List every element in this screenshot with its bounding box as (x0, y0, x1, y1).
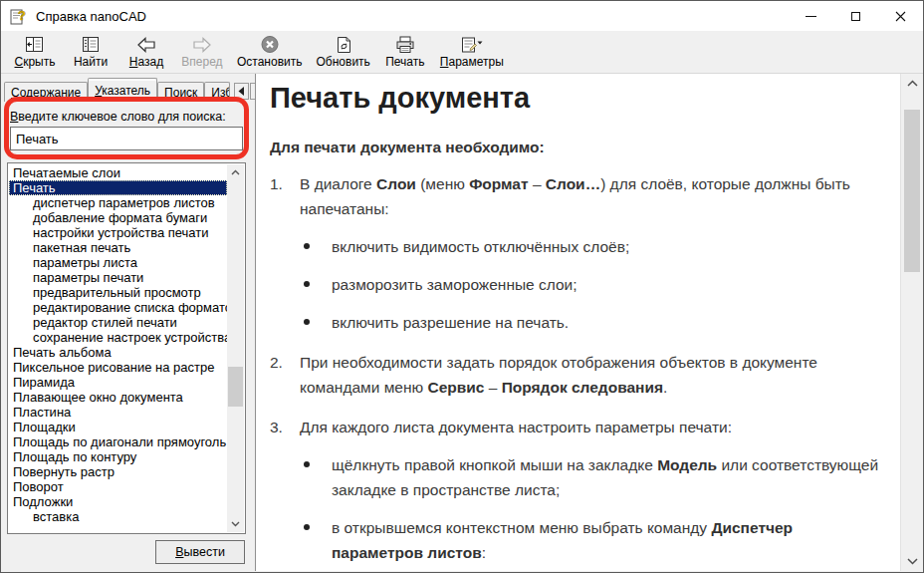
tab-search[interactable]: Поиск (157, 82, 204, 102)
index-list-item[interactable]: Пластина (9, 405, 227, 420)
toolbar: Скрыть Найти Назад Вперед (1, 31, 923, 74)
scroll-down-button[interactable] (227, 516, 244, 532)
scroll-up-button[interactable] (227, 164, 244, 180)
find-icon (80, 35, 102, 55)
index-list-item[interactable]: Повернуть растр (9, 464, 227, 479)
main-area: Содержание Указатель Поиск Изб Введите к… (2, 74, 922, 571)
title-bar: ? Справка nanoCAD (1, 1, 923, 31)
content-scroll-thumb[interactable] (904, 110, 920, 272)
bullet-icon (304, 310, 332, 335)
content-bullet: в открывшемся контекстном меню выбрать к… (304, 515, 882, 565)
hide-icon (24, 35, 46, 55)
index-list-item[interactable]: пакетная печать (9, 240, 227, 255)
hide-button-label: Скрыть (15, 55, 56, 69)
instruction-steps: 1.В диалоге Слои (меню Формат – Слои…) д… (270, 171, 882, 565)
keyword-label: Введите ключевое слово для поиска: (10, 110, 226, 124)
maximize-icon (851, 12, 860, 21)
step-number: 3. (270, 415, 300, 439)
minimize-button[interactable] (789, 1, 833, 31)
maximize-button[interactable] (833, 1, 878, 31)
refresh-icon (333, 35, 354, 55)
stop-button[interactable]: Остановить (230, 33, 310, 72)
index-list-item[interactable]: редактор стилей печати (9, 315, 227, 330)
intro-text: Для печати документа необходимо: (270, 139, 882, 156)
back-button[interactable]: Назад (118, 33, 174, 72)
content-bullet: щёлкнуть правой кнопкой мыши на закладке… (304, 452, 882, 502)
step-text: В диалоге Слои (меню Формат – Слои…) для… (300, 171, 882, 221)
index-list-item[interactable]: Подложки (9, 494, 227, 509)
index-list-item[interactable]: Печатаемые слои (9, 165, 227, 180)
index-list-item[interactable]: Площадь по контуру (9, 449, 227, 464)
content-bullet: включить видимость отключённых слоёв; (304, 234, 882, 259)
print-button[interactable]: Печать (377, 33, 433, 72)
index-list-item[interactable]: Поворот (9, 479, 227, 494)
index-list-item[interactable]: диспетчер параметров листов (9, 195, 227, 210)
print-icon (394, 35, 416, 55)
content-step: 2.При необходимости задать порядок отобр… (270, 350, 882, 400)
index-list-item[interactable]: Площадь по диагонали прямоуголь (9, 434, 227, 449)
back-icon (135, 35, 157, 55)
index-list-item[interactable]: параметры печати (9, 270, 227, 285)
options-icon (459, 35, 484, 55)
step-text: При необходимости задать порядок отображ… (300, 350, 882, 400)
find-button-label: Найти (74, 55, 108, 69)
bullet-text: в открывшемся контекстном меню выбрать к… (332, 515, 882, 565)
index-listbox: Печатаемые слоиПечатьдиспетчер параметро… (7, 162, 246, 534)
chevron-up-icon (231, 169, 240, 175)
index-list-item[interactable]: Площадки (9, 420, 227, 434)
index-list-item[interactable]: параметры листа (9, 255, 227, 270)
index-list-item[interactable]: Пирамида (9, 375, 227, 390)
list-scroll-thumb[interactable] (228, 367, 243, 407)
index-list-item[interactable]: Плавающее окно документа (9, 390, 227, 405)
bullet-text: разморозить замороженные слои; (332, 272, 882, 297)
content-scroll-up-button[interactable] (901, 74, 922, 93)
minimize-icon (806, 16, 816, 17)
content-bullet: разморозить замороженные слои; (304, 272, 882, 297)
forward-button[interactable]: Вперед (174, 33, 230, 72)
tab-scroll-left-button[interactable] (234, 83, 249, 100)
print-button-label: Печать (385, 55, 424, 69)
content-scrollbar[interactable] (900, 74, 922, 571)
index-list-item[interactable]: добавление формата бумаги (9, 210, 227, 225)
tab-index[interactable]: Указатель (88, 78, 157, 102)
chevron-down-icon (231, 521, 240, 527)
bullet-text: щёлкнуть правой кнопкой мыши на закладке… (332, 452, 882, 502)
content-scroll-down-button[interactable] (901, 552, 922, 571)
tab-favorites[interactable]: Изб (204, 82, 230, 102)
display-button[interactable]: Вывести (155, 540, 245, 564)
back-button-label: Назад (129, 55, 163, 69)
step-number: 1. (270, 171, 300, 221)
arrow-left-icon (238, 87, 245, 96)
index-list-item[interactable]: редактирование списка форматов (9, 300, 227, 315)
hide-button[interactable]: Скрыть (7, 33, 63, 72)
close-button[interactable] (878, 1, 923, 31)
index-list-item[interactable]: вставка (9, 509, 227, 524)
bullet-icon (304, 515, 332, 565)
content-pane: Печать документа Для печати документа не… (255, 74, 922, 571)
refresh-button[interactable]: Обновить (310, 33, 377, 72)
index-list-item[interactable]: настройки устройства печати (9, 225, 227, 240)
bullet-icon (304, 452, 332, 502)
options-button[interactable]: Параметры (433, 33, 511, 72)
find-button[interactable]: Найти (63, 33, 118, 72)
index-list-item[interactable]: Печать (9, 180, 227, 195)
content-body: Печать документа Для печати документа не… (256, 74, 900, 571)
index-list-item[interactable]: предварительный просмотр (9, 285, 227, 300)
bullet-icon (304, 272, 332, 297)
forward-button-label: Вперед (181, 55, 222, 69)
svg-text:?: ? (18, 8, 26, 23)
index-list-item[interactable]: сохранение настроек устройства п (9, 330, 227, 345)
keyword-input[interactable] (10, 127, 243, 150)
tab-contents[interactable]: Содержание (4, 82, 88, 102)
list-scrollbar[interactable] (227, 164, 244, 532)
index-list-item[interactable]: Пиксельное рисование на растре (9, 360, 227, 375)
bullet-text: включить видимость отключённых слоёв; (332, 234, 882, 259)
close-icon (895, 11, 906, 22)
step-number: 2. (270, 350, 300, 400)
help-app-icon: ? (10, 7, 28, 25)
chevron-down-icon (907, 558, 918, 565)
index-list-item[interactable]: Печать альбома (9, 345, 227, 360)
forward-icon (191, 35, 213, 55)
refresh-button-label: Обновить (317, 55, 370, 69)
content-step: 3.Для каждого листа документа настроить … (270, 415, 882, 439)
